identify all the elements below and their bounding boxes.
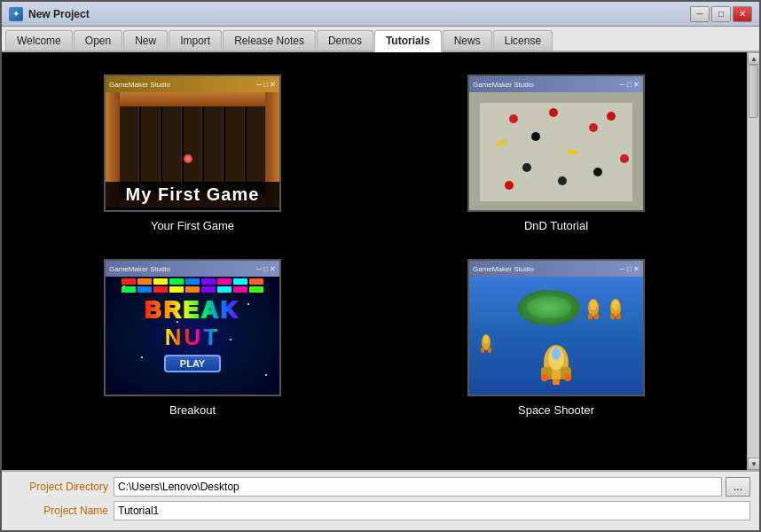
- maximize-button[interactable]: □: [711, 6, 731, 22]
- tutorial-dnd[interactable]: GameMaker Studio ─ □ ✕: [374, 61, 738, 246]
- svg-point-14: [552, 348, 561, 360]
- scrollbar[interactable]: ▲ ▼: [747, 52, 759, 470]
- tutorial-label-dnd: DnD Tutorial: [524, 219, 588, 232]
- name-label: Project Name: [11, 505, 108, 517]
- tutorial-label-space-shooter: Space Shooter: [518, 403, 594, 417]
- svg-point-18: [564, 374, 571, 381]
- content-area: GameMaker Studio ─ □ ✕: [2, 52, 759, 470]
- thumb-your-first-game: GameMaker Studio ─ □ ✕: [104, 74, 281, 212]
- game-ball: [184, 154, 192, 163]
- tutorials-grid: GameMaker Studio ─ □ ✕: [2, 52, 747, 439]
- app-icon: ✦: [9, 7, 23, 21]
- svg-point-7: [612, 300, 619, 310]
- tab-demos[interactable]: Demos: [317, 30, 373, 51]
- tutorial-label-breakout: Breakout: [169, 403, 216, 417]
- tutorial-space-shooter[interactable]: GameMaker Studio ─ □ ✕: [374, 246, 738, 430]
- tab-open[interactable]: Open: [74, 30, 122, 51]
- name-row: Project Name: [11, 501, 750, 520]
- tutorial-your-first-game[interactable]: GameMaker Studio ─ □ ✕: [11, 61, 374, 246]
- tab-bar: Welcome Open New Import Release Notes De…: [2, 27, 759, 52]
- svg-point-25: [488, 349, 491, 353]
- space-game-area: [469, 277, 643, 396]
- svg-point-4: [589, 314, 592, 317]
- scroll-up-button[interactable]: ▲: [748, 52, 759, 65]
- svg-point-5: [594, 314, 598, 317]
- directory-input[interactable]: [114, 477, 722, 497]
- thumb-titlebar: GameMaker Studio ─ □ ✕: [106, 76, 279, 92]
- main-window: ✦ New Project ─ □ ✕ Welcome Open New Imp…: [0, 0, 761, 532]
- scrollbar-track[interactable]: [748, 65, 759, 458]
- tutorial-breakout[interactable]: GameMaker Studio ─ □ ✕: [11, 246, 374, 430]
- scroll-area[interactable]: GameMaker Studio ─ □ ✕: [2, 52, 747, 470]
- tab-license[interactable]: License: [493, 30, 553, 51]
- footer: Project Directory ... Project Name: [2, 470, 759, 530]
- tab-release-notes[interactable]: Release Notes: [223, 30, 316, 51]
- game-area: My First Game: [106, 92, 279, 207]
- thumb-breakout: GameMaker Studio ─ □ ✕: [104, 259, 281, 396]
- close-button[interactable]: ✕: [733, 6, 752, 22]
- scroll-down-button[interactable]: ▼: [748, 458, 759, 470]
- title-bar: ✦ New Project ─ □ ✕: [2, 2, 759, 27]
- tab-welcome[interactable]: Welcome: [5, 30, 73, 51]
- svg-point-10: [611, 314, 615, 317]
- play-button[interactable]: PLAY: [164, 355, 221, 372]
- tab-new[interactable]: New: [123, 30, 168, 51]
- tutorial-label-your-first-game: Your First Game: [151, 219, 234, 232]
- thumb-space-shooter: GameMaker Studio ─ □ ✕: [467, 259, 645, 396]
- scrollbar-thumb[interactable]: [749, 65, 758, 118]
- svg-point-21: [483, 335, 489, 344]
- breakout-game-area: BREAK NUT PLAY: [106, 277, 279, 396]
- svg-point-1: [590, 300, 597, 310]
- window-controls: ─ □ ✕: [690, 6, 752, 22]
- browse-button[interactable]: ...: [726, 477, 750, 497]
- minimize-button[interactable]: ─: [690, 6, 710, 22]
- window-title: New Project: [28, 8, 90, 20]
- thumb-dnd: GameMaker Studio ─ □ ✕: [467, 74, 645, 212]
- tab-import[interactable]: Import: [169, 30, 222, 51]
- project-name-input[interactable]: [114, 501, 750, 520]
- directory-label: Project Directory: [11, 481, 108, 493]
- directory-row: Project Directory ...: [11, 477, 750, 497]
- tab-tutorials[interactable]: Tutorials: [374, 30, 442, 52]
- svg-point-17: [541, 374, 548, 381]
- dnd-game-area: [469, 92, 643, 212]
- tab-news[interactable]: News: [443, 30, 492, 51]
- title-bar-left: ✦ New Project: [9, 7, 90, 21]
- svg-point-11: [616, 314, 620, 317]
- svg-point-24: [481, 349, 484, 353]
